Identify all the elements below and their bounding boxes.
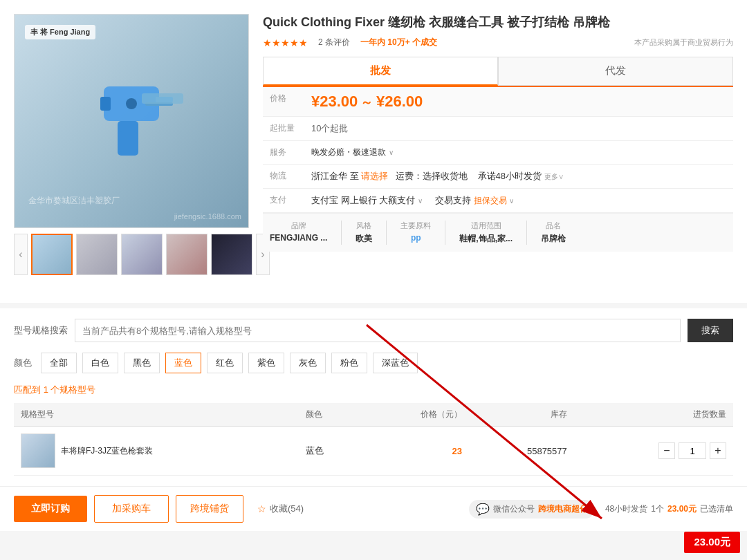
product-info-panel: Quick Clothing Fixer 缝纫枪 衣服缝合工具 被子打结枪 吊牌…: [263, 14, 733, 275]
match-prefix: 匹配到: [14, 384, 41, 395]
qty-control: − +: [581, 442, 726, 459]
trust-value: 担保交易: [474, 196, 507, 205]
logistics-more-dropdown[interactable]: 更多∨: [544, 173, 564, 180]
sales-suffix: 个成交: [412, 37, 437, 47]
attr-scope-value: 鞋帽,饰品,家...: [459, 233, 513, 245]
bottom-right-info: 💬 微信公众号 跨境电商超仔 48小时发货 1个 23.00元 已选清单: [469, 500, 733, 519]
attr-style: 风格 欧美: [356, 221, 372, 245]
color-btn-blue[interactable]: 蓝色: [165, 353, 201, 373]
min-order-value: 10个起批: [304, 117, 733, 141]
prev-thumb-arrow[interactable]: ‹: [14, 234, 28, 275]
attr-scope-label: 适用范围: [459, 221, 513, 231]
sku-col-qty: 进货数量: [574, 403, 733, 427]
attr-divider-1: [341, 221, 342, 245]
sales-period: 一年内: [360, 37, 385, 47]
action-bar: 立即订购 加采购车 跨境铺货 ☆ 收藏(54) 💬 微信公众号 跨境电商超仔 4…: [0, 486, 747, 531]
qty-increase-button[interactable]: +: [710, 442, 726, 459]
brand-logo: 丰 将 Feng Jiang: [25, 25, 95, 39]
total-price: 23.00元: [667, 503, 697, 515]
attr-divider-4: [526, 221, 527, 245]
sku-color-cell: 蓝色: [299, 427, 361, 476]
color-btn-red[interactable]: 红色: [207, 353, 243, 373]
wechat-label: 微信公众号: [493, 503, 535, 515]
search-label: 型号规格搜索: [14, 324, 68, 337]
search-button[interactable]: 搜索: [688, 319, 733, 342]
buy-now-button[interactable]: 立即订购: [14, 496, 87, 522]
cross-border-button[interactable]: 跨境铺货: [176, 495, 243, 523]
thumb-4[interactable]: [166, 234, 208, 275]
sku-stock-cell: 55875577: [469, 427, 574, 476]
sku-col-price: 价格（元）: [361, 403, 469, 427]
svg-rect-7: [120, 131, 137, 152]
svg-rect-2: [100, 97, 111, 111]
product-top-section: 丰 将 Feng Jiang: [14, 14, 733, 289]
sku-table-body: 丰将牌FJ-3JZ蓝色枪套装 蓝色 23 55875577 − +: [14, 427, 733, 476]
service-dropdown[interactable]: ∨: [389, 149, 394, 156]
collect-button[interactable]: ☆ 收藏(54): [250, 503, 311, 515]
product-title: Quick Clothing Fixer 缝纫枪 衣服缝合工具 被子打结枪 吊牌…: [263, 14, 733, 31]
color-btn-darkblue[interactable]: 深蓝色: [373, 353, 418, 373]
color-btn-purple[interactable]: 紫色: [248, 353, 284, 373]
watermark-city: 金华市婺城区洁丰塑胶厂: [28, 195, 120, 207]
color-btn-pink[interactable]: 粉色: [331, 353, 367, 373]
selected-count: 1个: [651, 503, 664, 515]
qty-decrease-button[interactable]: −: [658, 442, 675, 459]
product-attributes: 品牌 FENGJIANG ... 风格 欧美 主要原料 pp: [263, 213, 733, 252]
thumb-2[interactable]: [76, 234, 118, 275]
tab-dropship[interactable]: 代发: [498, 57, 733, 86]
service-text: 晚发必赔・极速退款: [311, 147, 386, 157]
sku-search-row: 型号规格搜索 搜索: [14, 319, 733, 342]
service-value: 晚发必赔・极速退款 ∨: [304, 141, 733, 165]
delivery-time-badge: 48小时发货: [605, 503, 647, 515]
attr-name-label: 品名: [541, 221, 566, 231]
price-label: 价格: [263, 87, 304, 117]
sku-section: 型号规格搜索 搜索 颜色 全部 白色 黑色 蓝色 红色 紫色 灰色 粉色 深蓝色…: [0, 303, 747, 486]
brand-label: 跨境电商超仔: [538, 503, 588, 515]
color-btn-white[interactable]: 白色: [82, 353, 118, 373]
price-highlight-badge: 23.00元: [684, 532, 740, 553]
price-min: ¥23.00: [311, 93, 358, 110]
svg-rect-5: [142, 93, 183, 104]
thumb-5[interactable]: [211, 234, 252, 275]
main-product-image: 丰 将 Feng Jiang: [14, 14, 249, 228]
match-suffix: 个规格型号: [50, 384, 95, 395]
attr-brand-label: 品牌: [270, 221, 327, 231]
attr-name-value: 吊牌枪: [541, 233, 566, 245]
attr-material: 主要原料 pp: [400, 221, 431, 245]
sales-count: 10万+: [387, 37, 409, 47]
add-to-cart-button[interactable]: 加采购车: [94, 495, 169, 523]
star-rating: ★★★★★: [263, 37, 308, 48]
sku-table-head: 规格型号 颜色 价格（元） 库存 进货数量: [14, 403, 733, 427]
attr-brand: 品牌 FENGJIANG ...: [270, 221, 327, 245]
attr-material-value: pp: [400, 233, 431, 243]
sku-price-cell: 23: [361, 427, 469, 476]
sku-table-header-row: 规格型号 颜色 价格（元） 库存 进货数量: [14, 403, 733, 427]
thumb-3[interactable]: [121, 234, 163, 275]
logistics-select-link[interactable]: 请选择: [361, 171, 388, 181]
tab-batch[interactable]: 批发: [263, 57, 498, 86]
qty-input[interactable]: [679, 442, 706, 459]
attr-scope: 适用范围 鞋帽,饰品,家...: [459, 221, 513, 245]
commercial-note: 本产品采购属于商业贸易行为: [634, 37, 733, 48]
color-btn-all[interactable]: 全部: [41, 353, 77, 373]
color-btn-gray[interactable]: 灰色: [290, 353, 326, 373]
payment-methods: 支付宝 网上银行 大额支付: [311, 195, 415, 205]
logistics-value: 浙江金华 至 请选择 运费：选择收货地 承诺48小时发货 更多∨: [304, 165, 733, 189]
sales-info: 一年内 10万+ 个成交: [360, 37, 437, 48]
attr-divider-2: [386, 221, 387, 245]
color-btn-black[interactable]: 黑色: [124, 353, 160, 373]
trust-dropdown[interactable]: ∨: [509, 197, 514, 205]
payment-dropdown[interactable]: ∨: [418, 197, 423, 205]
product-illustration: [62, 59, 201, 183]
watermark-url: jiefengsic.1688.com: [174, 212, 241, 221]
review-count[interactable]: 2 条评价: [318, 37, 350, 48]
sku-col-color: 颜色: [299, 403, 361, 427]
wechat-watermark: 💬 微信公众号 跨境电商超仔: [469, 500, 595, 519]
match-count: 1: [44, 384, 48, 395]
thumb-1[interactable]: [31, 234, 73, 275]
price-row: 价格 ¥23.00 ～ ¥26.00: [263, 87, 733, 117]
color-selection-row: 颜色 全部 白色 黑色 蓝色 红色 紫色 灰色 粉色 深蓝色: [14, 353, 733, 373]
wechat-icon: 💬: [476, 503, 490, 516]
search-input[interactable]: [75, 319, 681, 342]
service-label: 服务: [263, 141, 304, 165]
